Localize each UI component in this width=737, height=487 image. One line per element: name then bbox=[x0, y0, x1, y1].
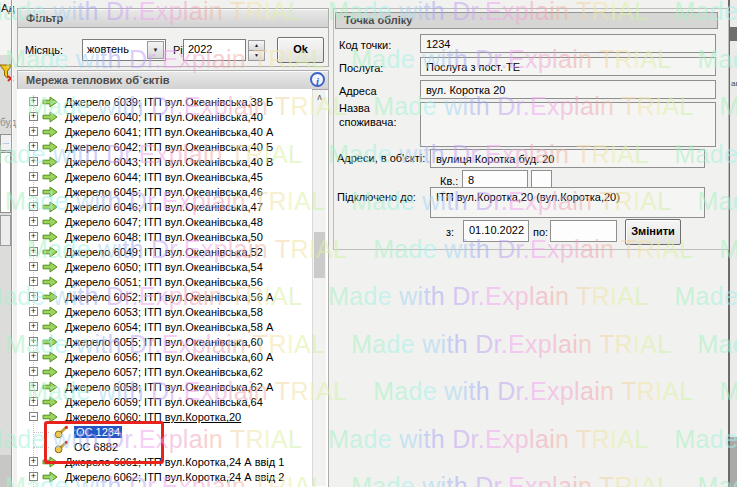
tree-expander-icon[interactable]: + bbox=[29, 352, 38, 361]
tree-item-label[interactable]: Джерело 6055; ІТП вул.Океанівська,60 bbox=[65, 336, 263, 348]
tree-item-label[interactable]: Джерело 6045; ІТП вул.Океанівська,46 bbox=[65, 186, 263, 198]
tree-expander-icon[interactable]: + bbox=[29, 397, 38, 406]
tree-item-label[interactable]: Джерело 6039; ІТП вул.Океанівська,38 Б bbox=[65, 96, 273, 108]
tree-item-source[interactable]: +Джерело 6047; ІТП вул.Океанівська,48 bbox=[17, 215, 312, 230]
tree-item-source[interactable]: +Джерело 6058; ІТП вул.Океанівська,62 А bbox=[17, 380, 312, 395]
year-input-value: 2022 bbox=[188, 43, 212, 55]
tree-item-source[interactable]: +Джерело 6055; ІТП вул.Океанівська,60 bbox=[17, 335, 312, 350]
chevron-down-icon[interactable]: ▼ bbox=[147, 41, 164, 59]
year-spinner[interactable]: ▲ ▼ bbox=[248, 40, 264, 60]
date-to-field[interactable] bbox=[550, 220, 617, 242]
tree-item-label[interactable]: Джерело 6057; ІТП вул.Океанівська,62 bbox=[65, 366, 263, 378]
tree-item-label[interactable]: Джерело 6059; ІТП вул.Океанівська,64 bbox=[65, 396, 263, 408]
tree-item-source[interactable]: +Джерело 6050; ІТП вул.Океанівська,54 bbox=[17, 260, 312, 275]
tree-item-source[interactable]: +Джерело 6041; ІТП вул.Океанівська,40 А bbox=[17, 125, 312, 140]
tree-scrollbar-thumb[interactable] bbox=[314, 232, 325, 278]
scroll-up-icon[interactable]: ᴧ bbox=[313, 92, 326, 104]
tree-expander-icon[interactable]: + bbox=[29, 217, 38, 226]
info-icon[interactable]: i bbox=[310, 72, 325, 87]
tree-item-source[interactable]: +Джерело 6052; ІТП вул.Океанівська,56 А bbox=[17, 290, 312, 305]
tree-expander-icon[interactable]: + bbox=[29, 472, 38, 481]
tree-expander-icon[interactable]: + bbox=[29, 292, 38, 301]
month-select[interactable]: жовтень ▼ bbox=[82, 39, 166, 61]
tree-expander-icon[interactable]: + bbox=[29, 307, 38, 316]
tree-item-label[interactable]: Джерело 6047; ІТП вул.Океанівська,48 bbox=[65, 216, 263, 228]
tree-item-label[interactable]: Джерело 6046; ІТП вул.Океанівська,47 bbox=[65, 201, 263, 213]
tree-expander-icon[interactable]: + bbox=[29, 382, 38, 391]
tree-item-label[interactable]: Джерело 6043; ІТП вул.Океанівська,40 В bbox=[65, 156, 273, 168]
service-label: Послуга: bbox=[339, 62, 383, 74]
tree-expander-icon[interactable]: + bbox=[29, 127, 38, 136]
source-arrow-icon bbox=[42, 260, 58, 274]
tree-item-source[interactable]: +Джерело 6057; ІТП вул.Океанівська,62 bbox=[17, 365, 312, 380]
source-arrow-icon bbox=[42, 395, 58, 409]
tree-item-label[interactable]: Джерело 6048; ІТП вул.Океанівська,50 bbox=[65, 231, 263, 243]
tree-expander-icon[interactable]: + bbox=[29, 322, 38, 331]
tree-expander-icon[interactable]: + bbox=[29, 187, 38, 196]
tree-expander-icon[interactable]: + bbox=[29, 97, 38, 106]
source-arrow-icon bbox=[42, 110, 58, 124]
tree-item-source[interactable]: +Джерело 6043; ІТП вул.Океанівська,40 В bbox=[17, 155, 312, 170]
tree-expander-icon[interactable]: + bbox=[29, 157, 38, 166]
tree-expander-icon[interactable]: + bbox=[29, 457, 38, 466]
connected-to-field: ІТП вул.Коротка,20 (вул.Коротка,20) bbox=[430, 187, 705, 218]
tree-item-source[interactable]: +Джерело 6042; ІТП вул.Океанівська,40 Б bbox=[17, 140, 312, 155]
tree-expander-icon[interactable]: + bbox=[29, 142, 38, 151]
tree-item-source[interactable]: +Джерело 6048; ІТП вул.Океанівська,50 bbox=[17, 230, 312, 245]
tree-expander-icon[interactable]: + bbox=[29, 337, 38, 346]
tree-item-source[interactable]: +Джерело 6051; ІТП вул.Океанівська,56 bbox=[17, 275, 312, 290]
tree-expander-icon[interactable]: + bbox=[29, 262, 38, 271]
tree-item-source[interactable]: +Джерело 6056; ІТП вул.Океанівська,60 А bbox=[17, 350, 312, 365]
tree-expander-icon[interactable]: − bbox=[29, 412, 38, 421]
apartment-label: Кв.: bbox=[440, 175, 458, 187]
source-arrow-icon bbox=[42, 125, 58, 139]
year-input[interactable]: 2022 bbox=[183, 39, 246, 61]
tree-item-source[interactable]: +Джерело 6040; ІТП вул.Океанівська,40 bbox=[17, 110, 312, 125]
tree-item-label[interactable]: Джерело 6049; ІТП вул.Океанівська,52 bbox=[65, 246, 263, 258]
tree-item-source[interactable]: +Джерело 6053; ІТП вул.Океанівська,58 bbox=[17, 305, 312, 320]
tree-item-source[interactable]: +Джерело 6062; ІТП вул.Коротка,24 А ввід… bbox=[17, 470, 312, 485]
background-label-fragment: ан bbox=[731, 79, 737, 88]
source-arrow-icon bbox=[42, 350, 58, 364]
tree-item-source[interactable]: +Джерело 6046; ІТП вул.Океанівська,47 bbox=[17, 200, 312, 215]
source-arrow-icon bbox=[42, 140, 58, 154]
tree-item-label[interactable]: Джерело 6050; ІТП вул.Океанівська,54 bbox=[65, 261, 263, 273]
tree-item-source[interactable]: +Джерело 6054; ІТП вул.Океанівська,58 А bbox=[17, 320, 312, 335]
tree-item-source[interactable]: +Джерело 6049; ІТП вул.Океанівська,52 bbox=[17, 245, 312, 260]
tree-item-label[interactable]: Джерело 6052; ІТП вул.Океанівська,56 А bbox=[65, 291, 273, 303]
source-arrow-icon bbox=[42, 275, 58, 289]
tree-expander-icon[interactable]: + bbox=[29, 247, 38, 256]
tree-item-label[interactable]: Джерело 6058; ІТП вул.Океанівська,62 А bbox=[65, 381, 273, 393]
tree-item-label[interactable]: Джерело 6056; ІТП вул.Океанівська,60 А bbox=[65, 351, 273, 363]
tree-item-label[interactable]: Джерело 6040; ІТП вул.Океанівська,40 bbox=[65, 111, 263, 123]
accounting-point-title: Точка обліку bbox=[335, 12, 718, 29]
tree-expander-icon[interactable]: + bbox=[29, 172, 38, 181]
tree-expander-icon[interactable]: + bbox=[29, 367, 38, 376]
tree-item-label[interactable]: Джерело 6062; ІТП вул.Коротка,24 А ввід … bbox=[65, 471, 284, 483]
object-address-field: вулиця Коротка буд. 20 bbox=[430, 149, 705, 168]
tree-item-source[interactable]: +Джерело 6039; ІТП вул.Океанівська,38 Б bbox=[17, 95, 312, 110]
tree-item-label[interactable]: Джерело 6044; ІТП вул.Океанівська,45 bbox=[65, 171, 263, 183]
tree-item-label[interactable]: Джерело 6053; ІТП вул.Океанівська,58 bbox=[65, 306, 263, 318]
source-arrow-icon bbox=[42, 365, 58, 379]
tree-item-source[interactable]: +Джерело 6044; ІТП вул.Океанівська,45 bbox=[17, 170, 312, 185]
tree-item-source[interactable]: +Джерело 6059; ІТП вул.Океанівська,64 bbox=[17, 395, 312, 410]
tree-expander-icon[interactable]: + bbox=[29, 202, 38, 211]
tree-scrollbar[interactable]: ᴧ bbox=[312, 90, 326, 486]
tree-expander-icon[interactable]: + bbox=[29, 277, 38, 286]
tree-item-label[interactable]: Джерело 6042; ІТП вул.Океанівська,40 Б bbox=[65, 141, 273, 153]
tree-expander-icon[interactable]: + bbox=[29, 232, 38, 241]
source-arrow-icon bbox=[42, 155, 58, 169]
tree-item-label[interactable]: Джерело 6051; ІТП вул.Океанівська,56 bbox=[65, 276, 263, 288]
change-button[interactable]: Змінити bbox=[625, 219, 681, 245]
tree-item-source[interactable]: +Джерело 6045; ІТП вул.Океанівська,46 bbox=[17, 185, 312, 200]
tree-item-label[interactable]: Джерело 6054; ІТП вул.Океанівська,58 А bbox=[65, 321, 273, 333]
date-to-label: по: bbox=[533, 226, 548, 238]
source-arrow-icon bbox=[42, 245, 58, 259]
spin-down-icon[interactable]: ▼ bbox=[248, 50, 265, 61]
address-field: вул. Коротка 20 bbox=[420, 80, 716, 99]
date-from-field[interactable]: 01.10.2022 bbox=[463, 220, 529, 242]
tree-expander-icon[interactable]: + bbox=[29, 112, 38, 121]
tree-item-label[interactable]: Джерело 6041; ІТП вул.Океанівська,40 А bbox=[65, 126, 273, 138]
ok-button[interactable]: Ok bbox=[277, 37, 324, 63]
